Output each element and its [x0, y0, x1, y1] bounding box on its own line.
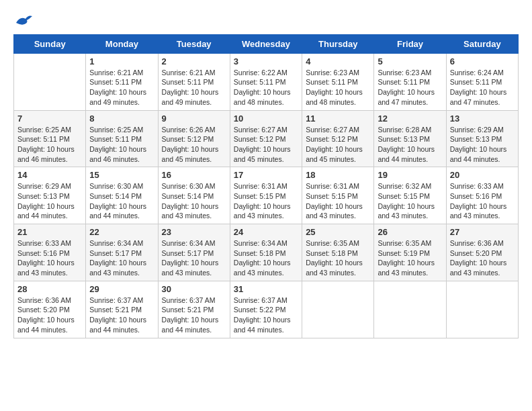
- day-number: 9: [162, 113, 226, 124]
- week-row-3: 14Sunrise: 6:29 AM Sunset: 5:13 PM Dayli…: [14, 167, 519, 224]
- day-cell: 9Sunrise: 6:26 AM Sunset: 5:12 PM Daylig…: [158, 110, 230, 167]
- day-info: Sunrise: 6:37 AM Sunset: 5:21 PM Dayligh…: [162, 295, 226, 335]
- day-cell: 21Sunrise: 6:33 AM Sunset: 5:16 PM Dayli…: [14, 224, 86, 281]
- day-info: Sunrise: 6:30 AM Sunset: 5:14 PM Dayligh…: [162, 181, 226, 221]
- col-header-tuesday: Tuesday: [158, 34, 230, 53]
- day-info: Sunrise: 6:32 AM Sunset: 5:15 PM Dayligh…: [378, 181, 442, 221]
- day-number: 7: [17, 113, 82, 124]
- day-info: Sunrise: 6:29 AM Sunset: 5:13 PM Dayligh…: [17, 181, 82, 221]
- day-info: Sunrise: 6:34 AM Sunset: 5:18 PM Dayligh…: [234, 238, 298, 278]
- col-header-monday: Monday: [86, 34, 158, 53]
- day-number: 16: [162, 170, 226, 180]
- day-info: Sunrise: 6:28 AM Sunset: 5:13 PM Dayligh…: [378, 125, 442, 165]
- col-header-friday: Friday: [374, 34, 446, 53]
- day-cell: [14, 53, 86, 110]
- day-info: Sunrise: 6:23 AM Sunset: 5:11 PM Dayligh…: [378, 68, 442, 107]
- day-cell: 24Sunrise: 6:34 AM Sunset: 5:18 PM Dayli…: [230, 224, 302, 281]
- day-cell: 19Sunrise: 6:32 AM Sunset: 5:15 PM Dayli…: [374, 167, 446, 224]
- day-cell: 30Sunrise: 6:37 AM Sunset: 5:21 PM Dayli…: [158, 281, 230, 338]
- day-number: 17: [234, 170, 298, 180]
- day-info: Sunrise: 6:33 AM Sunset: 5:16 PM Dayligh…: [17, 238, 82, 278]
- day-number: 3: [234, 56, 298, 66]
- day-cell: 29Sunrise: 6:37 AM Sunset: 5:21 PM Dayli…: [86, 281, 158, 338]
- logo: [13, 13, 34, 32]
- day-info: Sunrise: 6:37 AM Sunset: 5:21 PM Dayligh…: [89, 295, 154, 335]
- day-number: 30: [162, 284, 226, 294]
- day-number: 8: [89, 113, 154, 124]
- day-cell: 12Sunrise: 6:28 AM Sunset: 5:13 PM Dayli…: [374, 110, 446, 167]
- day-cell: 13Sunrise: 6:29 AM Sunset: 5:13 PM Dayli…: [446, 110, 518, 167]
- day-info: Sunrise: 6:35 AM Sunset: 5:18 PM Dayligh…: [306, 238, 370, 278]
- day-info: Sunrise: 6:36 AM Sunset: 5:20 PM Dayligh…: [450, 238, 515, 278]
- day-info: Sunrise: 6:30 AM Sunset: 5:14 PM Dayligh…: [89, 181, 154, 221]
- logo-bird-icon: [15, 13, 34, 28]
- day-info: Sunrise: 6:23 AM Sunset: 5:11 PM Dayligh…: [306, 68, 370, 107]
- week-row-5: 28Sunrise: 6:36 AM Sunset: 5:20 PM Dayli…: [14, 281, 519, 338]
- logo-text: [13, 13, 34, 32]
- week-row-4: 21Sunrise: 6:33 AM Sunset: 5:16 PM Dayli…: [14, 224, 519, 281]
- col-header-saturday: Saturday: [446, 34, 518, 53]
- day-number: 4: [306, 56, 370, 66]
- day-cell: 17Sunrise: 6:31 AM Sunset: 5:15 PM Dayli…: [230, 167, 302, 224]
- day-number: 23: [162, 227, 226, 237]
- col-header-thursday: Thursday: [302, 34, 374, 53]
- day-info: Sunrise: 6:25 AM Sunset: 5:11 PM Dayligh…: [89, 125, 154, 165]
- day-cell: 15Sunrise: 6:30 AM Sunset: 5:14 PM Dayli…: [86, 167, 158, 224]
- day-number: 5: [378, 56, 442, 66]
- page-container: SundayMondayTuesdayWednesdayThursdayFrid…: [13, 13, 519, 338]
- day-info: Sunrise: 6:24 AM Sunset: 5:11 PM Dayligh…: [450, 68, 515, 107]
- day-cell: [374, 281, 446, 338]
- col-header-sunday: Sunday: [14, 34, 86, 53]
- day-cell: 4Sunrise: 6:23 AM Sunset: 5:11 PM Daylig…: [302, 53, 374, 110]
- day-cell: 26Sunrise: 6:35 AM Sunset: 5:19 PM Dayli…: [374, 224, 446, 281]
- day-cell: 10Sunrise: 6:27 AM Sunset: 5:12 PM Dayli…: [230, 110, 302, 167]
- day-info: Sunrise: 6:22 AM Sunset: 5:11 PM Dayligh…: [234, 68, 298, 107]
- day-cell: 18Sunrise: 6:31 AM Sunset: 5:15 PM Dayli…: [302, 167, 374, 224]
- day-cell: 16Sunrise: 6:30 AM Sunset: 5:14 PM Dayli…: [158, 167, 230, 224]
- day-cell: 6Sunrise: 6:24 AM Sunset: 5:11 PM Daylig…: [446, 53, 518, 110]
- day-cell: 1Sunrise: 6:21 AM Sunset: 5:11 PM Daylig…: [86, 53, 158, 110]
- day-info: Sunrise: 6:37 AM Sunset: 5:22 PM Dayligh…: [234, 295, 298, 335]
- day-number: 19: [378, 170, 442, 180]
- day-cell: [302, 281, 374, 338]
- day-number: 27: [450, 227, 515, 237]
- day-number: 20: [450, 170, 515, 180]
- day-cell: 25Sunrise: 6:35 AM Sunset: 5:18 PM Dayli…: [302, 224, 374, 281]
- day-number: 14: [17, 170, 82, 180]
- day-number: 1: [89, 56, 154, 66]
- day-number: 6: [450, 56, 515, 66]
- day-number: 15: [89, 170, 154, 180]
- day-number: 26: [378, 227, 442, 237]
- day-cell: 14Sunrise: 6:29 AM Sunset: 5:13 PM Dayli…: [14, 167, 86, 224]
- day-number: 11: [306, 113, 370, 124]
- day-number: 22: [89, 227, 154, 237]
- day-number: 12: [378, 113, 442, 124]
- day-number: 28: [17, 284, 82, 294]
- day-number: 29: [89, 284, 154, 294]
- header-row: SundayMondayTuesdayWednesdayThursdayFrid…: [14, 34, 519, 53]
- day-cell: 28Sunrise: 6:36 AM Sunset: 5:20 PM Dayli…: [14, 281, 86, 338]
- day-cell: 22Sunrise: 6:34 AM Sunset: 5:17 PM Dayli…: [86, 224, 158, 281]
- day-number: 2: [162, 56, 226, 66]
- header: [13, 13, 519, 32]
- day-info: Sunrise: 6:33 AM Sunset: 5:16 PM Dayligh…: [450, 181, 515, 221]
- day-info: Sunrise: 6:35 AM Sunset: 5:19 PM Dayligh…: [378, 238, 442, 278]
- day-cell: 2Sunrise: 6:21 AM Sunset: 5:11 PM Daylig…: [158, 53, 230, 110]
- day-cell: 8Sunrise: 6:25 AM Sunset: 5:11 PM Daylig…: [86, 110, 158, 167]
- day-info: Sunrise: 6:27 AM Sunset: 5:12 PM Dayligh…: [306, 125, 370, 165]
- day-cell: 3Sunrise: 6:22 AM Sunset: 5:11 PM Daylig…: [230, 53, 302, 110]
- day-number: 24: [234, 227, 298, 237]
- day-info: Sunrise: 6:27 AM Sunset: 5:12 PM Dayligh…: [234, 125, 298, 165]
- calendar-table: SundayMondayTuesdayWednesdayThursdayFrid…: [13, 34, 519, 338]
- day-cell: 20Sunrise: 6:33 AM Sunset: 5:16 PM Dayli…: [446, 167, 518, 224]
- day-info: Sunrise: 6:31 AM Sunset: 5:15 PM Dayligh…: [306, 181, 370, 221]
- day-number: 18: [306, 170, 370, 180]
- day-number: 10: [234, 113, 298, 124]
- day-number: 13: [450, 113, 515, 124]
- day-cell: 11Sunrise: 6:27 AM Sunset: 5:12 PM Dayli…: [302, 110, 374, 167]
- day-info: Sunrise: 6:34 AM Sunset: 5:17 PM Dayligh…: [89, 238, 154, 278]
- day-info: Sunrise: 6:34 AM Sunset: 5:17 PM Dayligh…: [162, 238, 226, 278]
- day-number: 31: [234, 284, 298, 294]
- day-number: 25: [306, 227, 370, 237]
- week-row-1: 1Sunrise: 6:21 AM Sunset: 5:11 PM Daylig…: [14, 53, 519, 110]
